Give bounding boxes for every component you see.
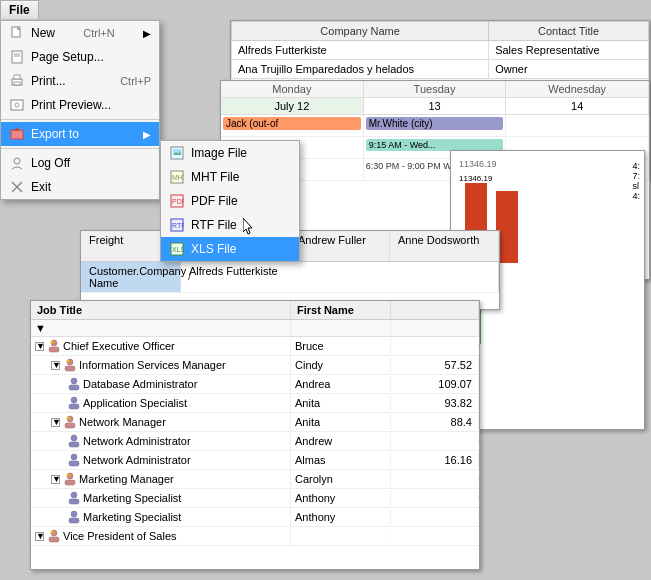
- page-setup-icon: [9, 49, 25, 65]
- exit-icon: [9, 179, 25, 195]
- submenu-mht[interactable]: MHT MHT File: [161, 165, 299, 189]
- job-ism: ▼ Information Services Manager: [31, 356, 291, 374]
- image-file-label: Image File: [191, 146, 247, 160]
- export-icon: [9, 126, 25, 142]
- job-na2: Network Administrator: [31, 451, 291, 469]
- as-value: 93.82: [391, 395, 479, 411]
- event-white: Mr.White (city): [366, 117, 504, 130]
- svg-point-5: [67, 360, 70, 363]
- new-shortcut: Ctrl+N: [83, 27, 114, 39]
- menu-item-export-to[interactable]: Export to ▶: [1, 122, 159, 146]
- expand-vp[interactable]: ▼: [35, 532, 44, 541]
- mm-first: Carolyn: [291, 471, 391, 487]
- svg-point-39: [14, 158, 20, 164]
- vp-value: [391, 534, 479, 538]
- filter-job[interactable]: ▼: [31, 320, 291, 336]
- pivot-company-value: Alfreds Futterkiste: [181, 262, 499, 292]
- person-icon-ms2: [67, 510, 81, 524]
- na1-first: Andrew: [291, 433, 391, 449]
- tree-row-mm: ▼ Marketing Manager Carolyn: [31, 470, 479, 489]
- svg-rect-37: [11, 130, 23, 139]
- rtf-file-icon: RTF: [169, 217, 185, 233]
- cal-date-13: 13: [364, 98, 507, 114]
- submenu-xls[interactable]: XLS XLS File: [161, 237, 299, 261]
- tree-row-ms1: Marketing Specialist Anthony: [31, 489, 479, 508]
- pivot-customer-field: Customer.Company Name /: [81, 262, 181, 292]
- submenu-rtf[interactable]: RTF RTF File: [161, 213, 299, 237]
- expand-ceo[interactable]: ▼: [35, 342, 44, 351]
- col-first-name: First Name: [291, 301, 391, 319]
- menu-item-exit[interactable]: Exit: [1, 175, 159, 199]
- calendar-header: Monday Tuesday Wednesday: [221, 81, 649, 98]
- tree-row-dba: Database Administrator Andrea 109.07: [31, 375, 479, 394]
- svg-point-19: [67, 474, 70, 477]
- person-icon-as: [67, 396, 81, 410]
- cal-event-jack: Jack (out-of: [221, 115, 364, 136]
- tree-row-ceo: ▼ Chief Executive Officer Bruce: [31, 337, 479, 356]
- title-cell: Owner: [489, 60, 649, 79]
- menu-item-log-off[interactable]: Log Off: [1, 151, 159, 175]
- nm-value: 88.4: [391, 414, 479, 430]
- cal-date-12: July 12: [221, 98, 364, 114]
- col-value: [391, 301, 479, 319]
- ceo-label: Chief Executive Officer: [63, 340, 175, 352]
- vp-label: Vice President of Sales: [63, 530, 177, 542]
- filter-val: [391, 320, 479, 336]
- export-arrow: ▶: [143, 129, 151, 140]
- menu-item-print[interactable]: Print... Ctrl+P: [1, 69, 159, 93]
- expand-mm[interactable]: ▼: [51, 475, 60, 484]
- svg-marker-38: [14, 127, 20, 131]
- na2-first: Almas: [291, 452, 391, 468]
- ms1-label: Marketing Specialist: [83, 492, 181, 504]
- svg-rect-23: [69, 518, 79, 523]
- person-icon-vp: [47, 529, 61, 543]
- svg-rect-25: [49, 537, 59, 542]
- cal-day-tuesday: Tuesday: [364, 81, 507, 97]
- menu-item-page-setup[interactable]: Page Setup...: [1, 45, 159, 69]
- cal-event-white: Mr.White (city): [364, 115, 507, 136]
- tree-grid-window: Job Title First Name ▼ ▼ Chief Executive…: [30, 300, 480, 570]
- pdf-file-label: PDF File: [191, 194, 238, 208]
- mm-label: Marketing Manager: [79, 473, 174, 485]
- ism-first: Cindy: [291, 357, 391, 373]
- ism-label: Information Services Manager: [79, 359, 226, 371]
- svg-point-6: [71, 378, 77, 384]
- svg-point-26: [51, 531, 54, 534]
- page-setup-label: Page Setup...: [31, 50, 104, 64]
- submenu-pdf[interactable]: PDF PDF File: [161, 189, 299, 213]
- svg-text:MHT: MHT: [172, 174, 184, 181]
- job-mm: ▼ Marketing Manager: [31, 470, 291, 488]
- svg-rect-14: [69, 442, 79, 447]
- person-icon-na2: [67, 453, 81, 467]
- job-vp: ▼ Vice President of Sales: [31, 527, 291, 545]
- print-preview-label: Print Preview...: [31, 98, 111, 112]
- dba-label: Database Administrator: [83, 378, 197, 390]
- svg-rect-18: [65, 480, 75, 485]
- svg-point-22: [71, 511, 77, 517]
- nm-label: Network Manager: [79, 416, 166, 428]
- image-file-icon: [169, 145, 185, 161]
- expand-ism[interactable]: ▼: [51, 361, 60, 370]
- float-num-1: 4:: [632, 161, 640, 171]
- contact-table: Company Name Contact Title Alfreds Futte…: [231, 21, 649, 79]
- tree-filter-row: ▼: [31, 320, 479, 337]
- svg-rect-29: [12, 51, 22, 63]
- company-cell: Ana Trujillo Emparedados y helados: [232, 60, 489, 79]
- file-menu-bar[interactable]: File: [0, 0, 39, 19]
- dba-value: 109.07: [391, 376, 479, 392]
- cal-event-empty: [506, 115, 649, 136]
- svg-rect-28: [17, 27, 20, 30]
- tree-row-nm: ▼ Network Manager Anita 88.4: [31, 413, 479, 432]
- menu-item-print-preview[interactable]: Print Preview...: [1, 93, 159, 117]
- submenu-image[interactable]: Image File: [161, 141, 299, 165]
- chart-label-1: 11346.19: [459, 159, 636, 169]
- as-label: Application Specialist: [83, 397, 187, 409]
- menu-item-new[interactable]: New Ctrl+N ▶: [1, 21, 159, 45]
- logoff-icon: [9, 155, 25, 171]
- ms2-label: Marketing Specialist: [83, 511, 181, 523]
- pdf-file-icon: PDF: [169, 193, 185, 209]
- svg-point-12: [67, 417, 70, 420]
- expand-nm[interactable]: ▼: [51, 418, 60, 427]
- vp-first: [291, 534, 391, 538]
- as-first: Anita: [291, 395, 391, 411]
